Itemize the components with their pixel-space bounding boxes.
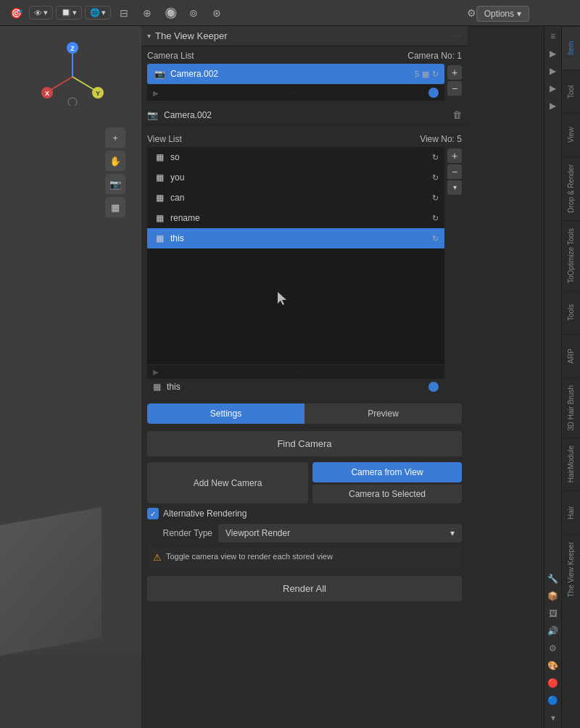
far-right-icon-tools-1[interactable]: 🔧: [546, 572, 560, 586]
vtab-view[interactable]: View: [562, 113, 580, 156]
panel-header: ▾ The View Keeper ⋯: [141, 26, 468, 46]
camera-item-name: Camera.002: [170, 69, 410, 79]
camera-refresh-icon[interactable]: ↻: [432, 70, 439, 79]
toolbar-icon-4[interactable]: 🔘: [160, 3, 181, 23]
camera-item-actions: 5 ▦ ↻: [415, 70, 439, 79]
far-right-icon-3[interactable]: ▶: [546, 64, 560, 78]
view-refresh-you[interactable]: ↻: [432, 173, 439, 183]
find-camera-button[interactable]: Find Camera: [147, 431, 462, 456]
vtab-item[interactable]: Item: [562, 26, 580, 70]
far-right-icon-tools-8[interactable]: 🔵: [546, 693, 560, 708]
vtab-tools[interactable]: Tools: [562, 290, 580, 334]
camera-list-side-controls: + −: [447, 64, 462, 96]
toolbar-icon-1[interactable]: 🎯: [6, 3, 26, 23]
far-right-icon-tools-5[interactable]: ⚙: [546, 641, 560, 656]
view-list-item-so[interactable]: ▦ so ↻: [147, 147, 444, 167]
camera-tool[interactable]: 📷: [105, 174, 125, 194]
panel-dots: ⋯: [453, 32, 462, 40]
hand-tool[interactable]: ✋: [105, 151, 125, 171]
view-remove-button[interactable]: −: [447, 164, 462, 179]
vtab-arp[interactable]: ARP: [562, 334, 580, 377]
camera-remove-button[interactable]: −: [447, 81, 462, 96]
far-right-icon-2[interactable]: ▶: [546, 46, 560, 61]
view-list-item-rename[interactable]: ▦ rename ↻: [147, 208, 444, 228]
view-scroll-row: ▶ ···: [147, 364, 444, 379]
camera-no-display: Camera No: 1: [407, 51, 462, 61]
options-button[interactable]: Options ▾: [476, 6, 529, 22]
render-type-select[interactable]: Viewport Render ▾: [218, 524, 462, 543]
view-list-item-can[interactable]: ▦ can ↻: [147, 188, 444, 208]
vtab-3d-hair-brush[interactable]: 3D Hair Brush: [562, 377, 580, 438]
view-list-item-this[interactable]: ▦ this ↻: [147, 228, 444, 248]
far-right-icon-tools-2[interactable]: 📦: [546, 589, 560, 603]
viewport-shading-dropdown[interactable]: 👁▾: [29, 6, 53, 20]
view-list-main: ▦ so ↻ ▦ you ↻ ▦ can ↻: [147, 147, 444, 395]
far-right-icon-1[interactable]: ≡: [546, 29, 560, 43]
camera-list-item[interactable]: 📷 Camera.002 5 ▦ ↻: [147, 64, 444, 84]
right-tabs-panel: Item Tool View Drop & Render ToOptimize …: [561, 26, 580, 728]
camera-list-with-controls: 📷 Camera.002 5 ▦ ↻ ▶ ···: [147, 64, 462, 101]
view-icon-can: ▦: [153, 191, 166, 204]
render-type-row: Render Type Viewport Render ▾: [147, 524, 462, 543]
far-right-strip: ≡ ▶ ▶ ▶ ▶ 🔧 📦 🖼 🔊 ⚙ 🎨 🔴 🔵 ▾: [544, 26, 561, 728]
render-all-button[interactable]: Render All: [147, 576, 462, 601]
far-right-icon-5[interactable]: ▶: [546, 99, 560, 113]
camera-grid-icon[interactable]: ▦: [422, 70, 429, 79]
camera-to-selected-button[interactable]: Camera to Selected: [312, 485, 462, 503]
camera-list-section: Camera List Camera No: 1 📷 Camera.002 5 …: [141, 46, 468, 105]
camera-trash-icon[interactable]: 🗑: [452, 109, 462, 120]
camera-from-view-button[interactable]: Camera from View: [312, 462, 462, 482]
cursor-indicator: [278, 292, 289, 309]
toolbar-icon-3[interactable]: ⊕: [137, 3, 157, 23]
view-name-you: you: [170, 172, 428, 183]
svg-marker-10: [278, 292, 286, 305]
add-new-camera-button[interactable]: Add New Camera: [147, 462, 308, 503]
vtab-view-keeper[interactable]: The View Keeper: [562, 534, 580, 605]
view-refresh-so[interactable]: ↻: [432, 153, 439, 162]
warning-text: Toggle camera view to render each stored…: [166, 551, 333, 562]
zoom-in-tool[interactable]: +: [105, 127, 125, 148]
vtab-drop-render[interactable]: Drop & Render: [562, 156, 580, 220]
camera-single-name: Camera.002: [164, 110, 447, 120]
view-list-section: View List View No: 5 ▦ so ↻ ▦ you: [141, 130, 468, 399]
vtab-hair[interactable]: Hair: [562, 490, 580, 534]
gizmo-dropdown[interactable]: 🌐▾: [85, 6, 111, 20]
svg-text:Y: Y: [96, 90, 100, 97]
toolbar-icon-6[interactable]: ⊛: [207, 3, 227, 23]
grid-tool[interactable]: ▦: [105, 197, 125, 217]
view-scroll-area: [147, 248, 444, 364]
vtab-hairmodule[interactable]: HairModule: [562, 438, 580, 490]
view-list-with-controls: ▦ so ↻ ▦ you ↻ ▦ can ↻: [147, 147, 462, 395]
svg-point-9: [68, 98, 77, 106]
view-icon-rename: ▦: [153, 212, 166, 225]
vtab-tool[interactable]: Tool: [562, 70, 580, 113]
toolbar-icon-2[interactable]: ⊟: [114, 3, 134, 23]
vtab-tooptimize[interactable]: ToOptimize Tools: [562, 220, 580, 290]
current-view-name: this: [167, 382, 423, 392]
preview-tab[interactable]: Preview: [304, 403, 462, 424]
view-refresh-this[interactable]: ↻: [432, 234, 439, 243]
view-more-button[interactable]: ▾: [447, 180, 462, 195]
camera-add-button[interactable]: +: [447, 65, 462, 80]
far-right-icon-tools-7[interactable]: 🔴: [546, 676, 560, 690]
view-add-button[interactable]: +: [447, 148, 462, 163]
far-right-icon-4[interactable]: ▶: [546, 81, 560, 96]
toolbar-icon-5[interactable]: ⊚: [183, 3, 204, 23]
view-list-item-you[interactable]: ▦ you ↻: [147, 167, 444, 188]
camera-list-label: Camera List: [147, 51, 194, 61]
camera-list-main: 📷 Camera.002 5 ▦ ↻ ▶ ···: [147, 64, 444, 101]
camera-list-header: Camera List Camera No: 1: [147, 51, 462, 61]
view-refresh-can[interactable]: ↻: [432, 193, 439, 203]
settings-tab[interactable]: Settings: [147, 403, 304, 424]
view-refresh-rename[interactable]: ↻: [432, 214, 439, 223]
view-list-label: View List: [147, 134, 182, 144]
panel-collapse-icon[interactable]: ▾: [147, 32, 151, 40]
alt-rendering-checkbox[interactable]: ✓: [147, 508, 159, 519]
view-list-header: View List View No: 5: [147, 134, 462, 144]
camera-list-container: 📷 Camera.002 5 ▦ ↻: [147, 64, 444, 84]
far-right-icon-tools-4[interactable]: 🔊: [546, 624, 560, 638]
far-right-icon-tools-3[interactable]: 🖼: [546, 606, 560, 621]
far-right-icon-tools-6[interactable]: 🎨: [546, 658, 560, 673]
far-right-chevron-bottom[interactable]: ▾: [546, 711, 560, 725]
viewport-overlay-dropdown[interactable]: 🔲▾: [56, 6, 82, 20]
